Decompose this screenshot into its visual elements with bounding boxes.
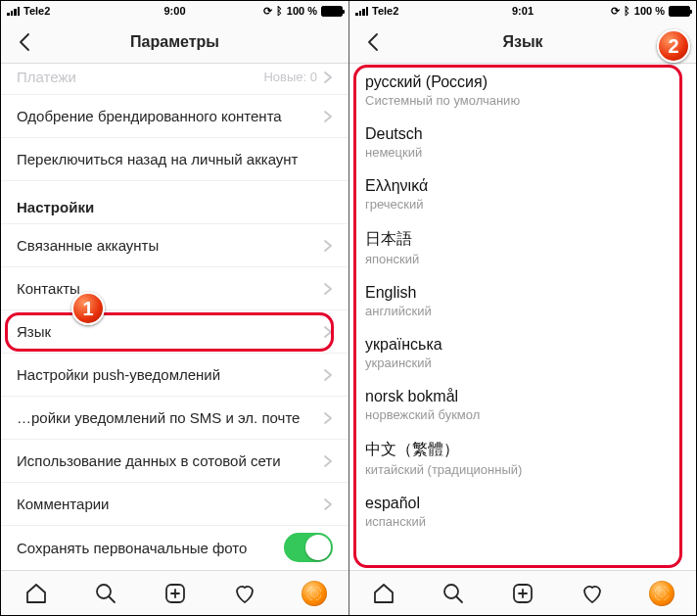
- phone-language: Tele2 9:01 ⟳ ᛒ 100 % Язык русский (Росси…: [348, 1, 696, 615]
- callout-badge-2: 2: [657, 29, 690, 63]
- phone-parameters: Tele2 9:00 ⟳ ᛒ 100 % Параметры Платежи Н…: [1, 1, 348, 615]
- highlight-box-2: [353, 65, 682, 568]
- highlight-box-1: [5, 312, 334, 352]
- callout-badge-1: 1: [71, 292, 105, 325]
